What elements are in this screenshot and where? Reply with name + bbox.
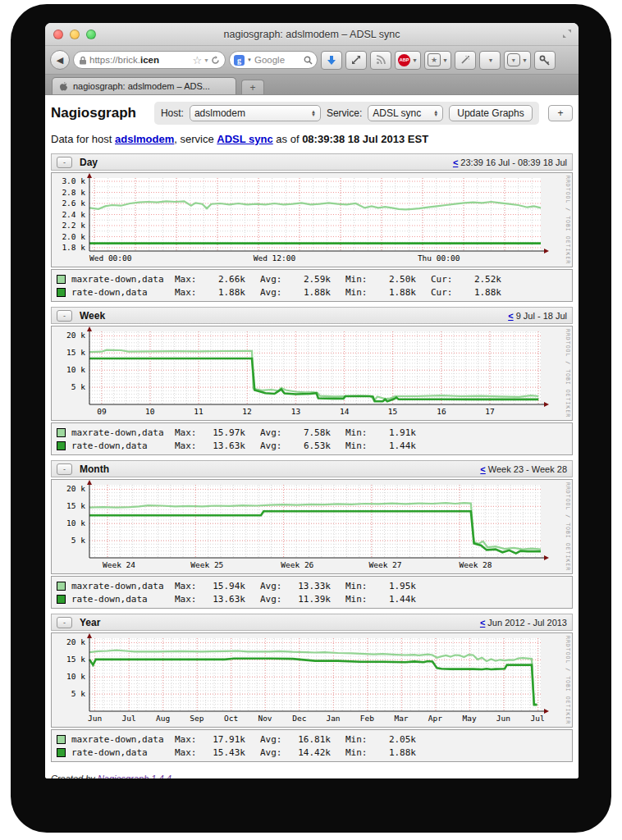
extension-wand-button[interactable]: [455, 51, 476, 70]
svg-text:Jun: Jun: [496, 714, 510, 723]
month-graph: 5 k10 k15 k20 kWeek 24Week 25Week 26Week…: [51, 479, 573, 574]
url-dropdown-icon[interactable]: ▼: [204, 57, 209, 63]
collapse-button[interactable]: -: [57, 617, 72, 628]
legend-stat-value: 14.42k: [290, 747, 331, 758]
timestamp: 08:39:38 18 Jul 2013 EST: [302, 133, 428, 145]
bookmarks-dropdown-icon[interactable]: ▼: [442, 57, 448, 63]
fullscreen-button[interactable]: [345, 51, 367, 70]
legend-stat-key: Avg:: [260, 747, 290, 758]
legend-swatch-icon: [57, 595, 66, 604]
legend-stat-value: 2.59k: [290, 274, 331, 285]
shift-earlier-link[interactable]: <: [453, 158, 458, 167]
graph-controls: Host: adslmodem ▲▼ Service: ADSL sync ▲▼…: [154, 102, 539, 125]
resize-icon[interactable]: [562, 29, 572, 39]
legend-stat-key: Avg:: [260, 287, 290, 298]
week-chart: 5 k10 k15 k20 k091011121314151617: [52, 326, 572, 420]
rrdtool-watermark: RRDTOOL / TOBI OETIKER: [565, 176, 571, 264]
bookmark-star-icon[interactable]: ☆: [192, 54, 202, 66]
svg-text:Wed 12:00: Wed 12:00: [254, 253, 296, 262]
legend-stat-value: 17.91k: [204, 734, 245, 745]
svg-text:Aug: Aug: [156, 714, 170, 723]
legend-stat-value: 13.63k: [204, 594, 245, 605]
svg-text:10 k: 10 k: [66, 518, 85, 527]
title-bar[interactable]: nagiosgraph: adslmodem – ADSL sync: [45, 23, 579, 46]
legend-stat-key: Max:: [175, 734, 204, 745]
url-bar[interactable]: https://brick.icen ☆ ▼: [73, 51, 226, 69]
back-button[interactable]: ◀: [50, 50, 70, 70]
svg-text:5 k: 5 k: [71, 536, 85, 545]
legend-stat-key: Avg:: [260, 594, 290, 605]
svg-text:14: 14: [340, 407, 350, 416]
new-tab-button[interactable]: +: [241, 80, 264, 94]
reload-icon[interactable]: [211, 56, 220, 65]
svg-text:10 k: 10 k: [66, 365, 85, 374]
legend-row: maxrate-down,dataMax:15.94kAvg:13.33kMin…: [55, 579, 569, 592]
year-legend: maxrate-down,dataMax:17.91kAvg:16.81kMin…: [51, 729, 573, 762]
svg-text:Mar: Mar: [394, 714, 408, 723]
legend-swatch-icon: [57, 428, 66, 437]
panel-title: Week: [80, 310, 105, 322]
legend-stat-value: 1.44k: [375, 594, 416, 605]
adblock-dropdown-icon[interactable]: ▼: [412, 57, 418, 63]
year-graph: 5 k10 k15 k20 kJunJulAugSepOctNovDecJanF…: [51, 632, 573, 728]
month-legend: maxrate-down,dataMax:15.94kAvg:13.33kMin…: [51, 576, 573, 609]
legend-stat-value: 2.66k: [204, 274, 245, 285]
download-icon: [327, 55, 336, 66]
adblock-button[interactable]: ABP ▼: [395, 51, 421, 70]
rss-icon: [376, 55, 386, 65]
rrdtool-watermark: RRDTOOL / TOBI OETIKER: [565, 482, 571, 571]
wand-icon: [460, 55, 470, 65]
pocket-button[interactable]: ▾ ▼: [504, 51, 531, 70]
expand-controls-button[interactable]: +: [548, 105, 573, 121]
host-label: Host:: [161, 107, 184, 119]
bookmarks-button[interactable]: ★ ▼: [424, 51, 451, 70]
svg-text:1.8 k: 1.8 k: [62, 243, 85, 252]
legend-stat-key: Avg:: [260, 581, 290, 591]
download-button[interactable]: [321, 51, 342, 70]
svg-text:20 k: 20 k: [66, 331, 85, 340]
shift-earlier-link[interactable]: <: [480, 464, 485, 474]
rss-button[interactable]: [370, 51, 391, 70]
host-link[interactable]: adslmodem: [115, 133, 174, 145]
collapse-button[interactable]: -: [57, 157, 72, 168]
svg-text:Jun: Jun: [88, 714, 102, 723]
svg-text:Feb: Feb: [360, 714, 374, 723]
legend-series-label: maxrate-down,data: [71, 274, 175, 285]
legend-stat-key: Min:: [345, 734, 375, 745]
legend-stat-value: 7.58k: [290, 427, 331, 438]
search-bar[interactable]: g ▼ Google: [229, 51, 318, 69]
svg-text:Wed 00:00: Wed 00:00: [89, 253, 132, 262]
nagiosgraph-version-link[interactable]: Nagiosgraph 1.4.4: [98, 774, 172, 778]
host-select[interactable]: adslmodem ▲▼: [190, 105, 321, 121]
legend-stat-key: Cur:: [431, 287, 460, 298]
shift-earlier-link[interactable]: <: [480, 618, 485, 628]
svg-text:15: 15: [388, 407, 397, 416]
search-engine-icon[interactable]: g: [234, 55, 245, 66]
host-select-arrows-icon: ▲▼: [311, 110, 316, 117]
svg-text:2.6 k: 2.6 k: [62, 199, 85, 208]
magnifier-icon[interactable]: [304, 56, 313, 65]
collapse-button[interactable]: -: [57, 310, 72, 322]
collapse-button[interactable]: -: [57, 463, 72, 475]
legend-stat-value: 2.52k: [460, 274, 501, 285]
password-key-button[interactable]: [534, 51, 556, 70]
page-title: Nagiosgraph: [51, 105, 136, 121]
svg-text:15 k: 15 k: [66, 655, 85, 664]
service-link[interactable]: ADSL sync: [217, 133, 272, 145]
update-graphs-button[interactable]: Update Graphs: [449, 105, 532, 121]
legend-series-label: rate-down,data: [71, 287, 175, 298]
panel-range: <23:39 16 Jul - 08:39 18 Jul: [453, 158, 567, 167]
svg-text:Week 25: Week 25: [190, 560, 223, 569]
legend-stat-key: Avg:: [260, 427, 290, 438]
svg-text:Nov: Nov: [258, 714, 272, 723]
pocket-dropdown-icon[interactable]: ▼: [522, 57, 528, 63]
tab-nagiosgraph[interactable]: nagiosgraph: adslmodem – ADS...: [52, 77, 236, 94]
service-select[interactable]: ADSL sync ▲▼: [368, 105, 443, 121]
search-engine-dropdown-icon[interactable]: ▼: [247, 57, 252, 62]
legend-stat-value: 6.53k: [290, 441, 331, 451]
shift-earlier-link[interactable]: <: [508, 311, 513, 321]
legend-row: maxrate-down,dataMax:2.66kAvg:2.59kMin:2…: [55, 272, 569, 285]
panel-range: <Jun 2012 - Jul 2013: [480, 618, 567, 628]
legend-stat-key: Max:: [175, 594, 204, 605]
extension-wand-dropdown-button[interactable]: ▼: [479, 51, 501, 70]
